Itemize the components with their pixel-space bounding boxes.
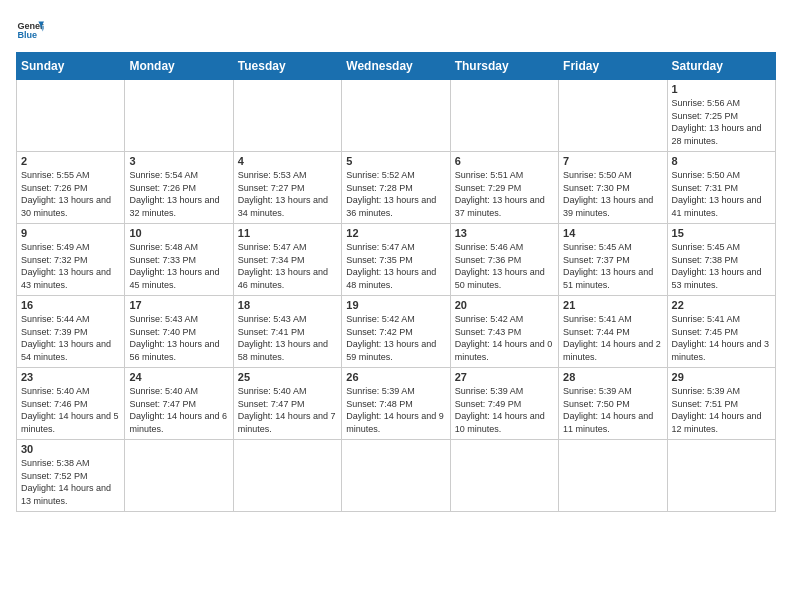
day-info: Sunrise: 5:39 AMSunset: 7:50 PMDaylight:… bbox=[563, 385, 662, 435]
calendar-day-27: 27Sunrise: 5:39 AMSunset: 7:49 PMDayligh… bbox=[450, 368, 558, 440]
calendar-day-25: 25Sunrise: 5:40 AMSunset: 7:47 PMDayligh… bbox=[233, 368, 341, 440]
day-info: Sunrise: 5:39 AMSunset: 7:49 PMDaylight:… bbox=[455, 385, 554, 435]
calendar-header-row: SundayMondayTuesdayWednesdayThursdayFrid… bbox=[17, 53, 776, 80]
calendar-day-11: 11Sunrise: 5:47 AMSunset: 7:34 PMDayligh… bbox=[233, 224, 341, 296]
calendar-empty-cell bbox=[667, 440, 775, 512]
day-info: Sunrise: 5:42 AMSunset: 7:42 PMDaylight:… bbox=[346, 313, 445, 363]
calendar-day-24: 24Sunrise: 5:40 AMSunset: 7:47 PMDayligh… bbox=[125, 368, 233, 440]
day-number: 16 bbox=[21, 299, 120, 311]
calendar-week-row: 2Sunrise: 5:55 AMSunset: 7:26 PMDaylight… bbox=[17, 152, 776, 224]
weekday-header-friday: Friday bbox=[559, 53, 667, 80]
day-number: 10 bbox=[129, 227, 228, 239]
day-number: 24 bbox=[129, 371, 228, 383]
calendar-day-4: 4Sunrise: 5:53 AMSunset: 7:27 PMDaylight… bbox=[233, 152, 341, 224]
day-number: 22 bbox=[672, 299, 771, 311]
day-info: Sunrise: 5:40 AMSunset: 7:46 PMDaylight:… bbox=[21, 385, 120, 435]
day-info: Sunrise: 5:40 AMSunset: 7:47 PMDaylight:… bbox=[238, 385, 337, 435]
calendar-day-12: 12Sunrise: 5:47 AMSunset: 7:35 PMDayligh… bbox=[342, 224, 450, 296]
calendar-day-5: 5Sunrise: 5:52 AMSunset: 7:28 PMDaylight… bbox=[342, 152, 450, 224]
day-number: 20 bbox=[455, 299, 554, 311]
day-number: 23 bbox=[21, 371, 120, 383]
calendar-day-30: 30Sunrise: 5:38 AMSunset: 7:52 PMDayligh… bbox=[17, 440, 125, 512]
calendar-day-28: 28Sunrise: 5:39 AMSunset: 7:50 PMDayligh… bbox=[559, 368, 667, 440]
calendar-day-18: 18Sunrise: 5:43 AMSunset: 7:41 PMDayligh… bbox=[233, 296, 341, 368]
day-number: 17 bbox=[129, 299, 228, 311]
day-number: 21 bbox=[563, 299, 662, 311]
calendar-day-29: 29Sunrise: 5:39 AMSunset: 7:51 PMDayligh… bbox=[667, 368, 775, 440]
calendar-empty-cell bbox=[342, 80, 450, 152]
calendar-empty-cell bbox=[450, 440, 558, 512]
weekday-header-monday: Monday bbox=[125, 53, 233, 80]
calendar-day-2: 2Sunrise: 5:55 AMSunset: 7:26 PMDaylight… bbox=[17, 152, 125, 224]
day-number: 3 bbox=[129, 155, 228, 167]
day-number: 29 bbox=[672, 371, 771, 383]
day-info: Sunrise: 5:39 AMSunset: 7:48 PMDaylight:… bbox=[346, 385, 445, 435]
day-info: Sunrise: 5:41 AMSunset: 7:44 PMDaylight:… bbox=[563, 313, 662, 363]
day-info: Sunrise: 5:41 AMSunset: 7:45 PMDaylight:… bbox=[672, 313, 771, 363]
day-number: 15 bbox=[672, 227, 771, 239]
day-number: 5 bbox=[346, 155, 445, 167]
day-info: Sunrise: 5:46 AMSunset: 7:36 PMDaylight:… bbox=[455, 241, 554, 291]
weekday-header-saturday: Saturday bbox=[667, 53, 775, 80]
day-number: 19 bbox=[346, 299, 445, 311]
day-number: 18 bbox=[238, 299, 337, 311]
calendar-day-10: 10Sunrise: 5:48 AMSunset: 7:33 PMDayligh… bbox=[125, 224, 233, 296]
calendar-day-22: 22Sunrise: 5:41 AMSunset: 7:45 PMDayligh… bbox=[667, 296, 775, 368]
day-number: 4 bbox=[238, 155, 337, 167]
day-number: 30 bbox=[21, 443, 120, 455]
logo-icon: General Blue bbox=[16, 16, 44, 44]
day-info: Sunrise: 5:38 AMSunset: 7:52 PMDaylight:… bbox=[21, 457, 120, 507]
day-number: 26 bbox=[346, 371, 445, 383]
day-number: 27 bbox=[455, 371, 554, 383]
calendar-table: SundayMondayTuesdayWednesdayThursdayFrid… bbox=[16, 52, 776, 512]
calendar-day-17: 17Sunrise: 5:43 AMSunset: 7:40 PMDayligh… bbox=[125, 296, 233, 368]
calendar-empty-cell bbox=[342, 440, 450, 512]
day-info: Sunrise: 5:47 AMSunset: 7:35 PMDaylight:… bbox=[346, 241, 445, 291]
day-number: 13 bbox=[455, 227, 554, 239]
day-info: Sunrise: 5:43 AMSunset: 7:41 PMDaylight:… bbox=[238, 313, 337, 363]
calendar-day-21: 21Sunrise: 5:41 AMSunset: 7:44 PMDayligh… bbox=[559, 296, 667, 368]
calendar-week-row: 16Sunrise: 5:44 AMSunset: 7:39 PMDayligh… bbox=[17, 296, 776, 368]
calendar-day-1: 1Sunrise: 5:56 AMSunset: 7:25 PMDaylight… bbox=[667, 80, 775, 152]
calendar-day-8: 8Sunrise: 5:50 AMSunset: 7:31 PMDaylight… bbox=[667, 152, 775, 224]
day-info: Sunrise: 5:39 AMSunset: 7:51 PMDaylight:… bbox=[672, 385, 771, 435]
calendar-week-row: 30Sunrise: 5:38 AMSunset: 7:52 PMDayligh… bbox=[17, 440, 776, 512]
day-number: 9 bbox=[21, 227, 120, 239]
calendar-day-13: 13Sunrise: 5:46 AMSunset: 7:36 PMDayligh… bbox=[450, 224, 558, 296]
day-info: Sunrise: 5:45 AMSunset: 7:37 PMDaylight:… bbox=[563, 241, 662, 291]
calendar-day-14: 14Sunrise: 5:45 AMSunset: 7:37 PMDayligh… bbox=[559, 224, 667, 296]
logo: General Blue bbox=[16, 16, 44, 44]
day-info: Sunrise: 5:42 AMSunset: 7:43 PMDaylight:… bbox=[455, 313, 554, 363]
day-info: Sunrise: 5:51 AMSunset: 7:29 PMDaylight:… bbox=[455, 169, 554, 219]
day-info: Sunrise: 5:47 AMSunset: 7:34 PMDaylight:… bbox=[238, 241, 337, 291]
svg-text:Blue: Blue bbox=[17, 30, 37, 40]
weekday-header-tuesday: Tuesday bbox=[233, 53, 341, 80]
calendar-week-row: 1Sunrise: 5:56 AMSunset: 7:25 PMDaylight… bbox=[17, 80, 776, 152]
day-info: Sunrise: 5:40 AMSunset: 7:47 PMDaylight:… bbox=[129, 385, 228, 435]
calendar-day-6: 6Sunrise: 5:51 AMSunset: 7:29 PMDaylight… bbox=[450, 152, 558, 224]
calendar-empty-cell bbox=[233, 80, 341, 152]
day-number: 25 bbox=[238, 371, 337, 383]
calendar-empty-cell bbox=[559, 80, 667, 152]
day-info: Sunrise: 5:52 AMSunset: 7:28 PMDaylight:… bbox=[346, 169, 445, 219]
day-info: Sunrise: 5:43 AMSunset: 7:40 PMDaylight:… bbox=[129, 313, 228, 363]
day-info: Sunrise: 5:50 AMSunset: 7:31 PMDaylight:… bbox=[672, 169, 771, 219]
calendar-empty-cell bbox=[17, 80, 125, 152]
day-number: 12 bbox=[346, 227, 445, 239]
calendar-day-15: 15Sunrise: 5:45 AMSunset: 7:38 PMDayligh… bbox=[667, 224, 775, 296]
calendar-day-7: 7Sunrise: 5:50 AMSunset: 7:30 PMDaylight… bbox=[559, 152, 667, 224]
day-number: 2 bbox=[21, 155, 120, 167]
weekday-header-sunday: Sunday bbox=[17, 53, 125, 80]
day-info: Sunrise: 5:55 AMSunset: 7:26 PMDaylight:… bbox=[21, 169, 120, 219]
calendar-day-16: 16Sunrise: 5:44 AMSunset: 7:39 PMDayligh… bbox=[17, 296, 125, 368]
page-header: General Blue bbox=[16, 16, 776, 44]
calendar-empty-cell bbox=[450, 80, 558, 152]
day-info: Sunrise: 5:54 AMSunset: 7:26 PMDaylight:… bbox=[129, 169, 228, 219]
day-info: Sunrise: 5:45 AMSunset: 7:38 PMDaylight:… bbox=[672, 241, 771, 291]
calendar-day-26: 26Sunrise: 5:39 AMSunset: 7:48 PMDayligh… bbox=[342, 368, 450, 440]
weekday-header-thursday: Thursday bbox=[450, 53, 558, 80]
calendar-week-row: 23Sunrise: 5:40 AMSunset: 7:46 PMDayligh… bbox=[17, 368, 776, 440]
day-number: 6 bbox=[455, 155, 554, 167]
calendar-empty-cell bbox=[233, 440, 341, 512]
calendar-day-9: 9Sunrise: 5:49 AMSunset: 7:32 PMDaylight… bbox=[17, 224, 125, 296]
